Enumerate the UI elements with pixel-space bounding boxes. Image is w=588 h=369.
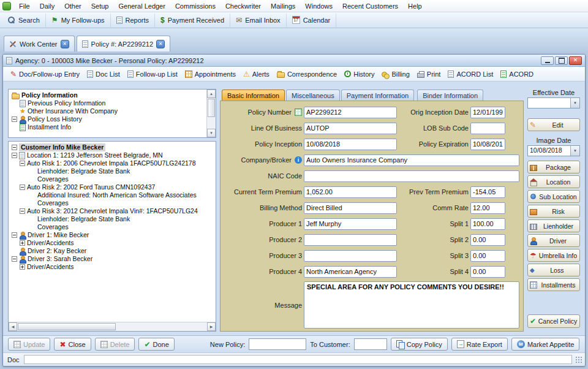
resize-grip[interactable] [575, 356, 582, 363]
tree-item-auto-risk-2[interactable]: Auto Risk 2: 2002 Ford Taurus CMN1092437 [10, 183, 214, 191]
menu-windows[interactable]: Windows [300, 1, 337, 11]
tree-item-location-1[interactable]: Location 1: 1219 Jefferson Street Belgra… [10, 151, 214, 159]
menu-help[interactable]: Help [403, 1, 427, 11]
menu-checkwriter[interactable]: Checkwriter [221, 1, 266, 11]
producer-3-input[interactable] [304, 250, 397, 262]
policy-number-lookup-icon[interactable] [295, 108, 302, 116]
copy-policy-button[interactable]: Copy Policy [391, 338, 448, 351]
scroll-up-icon[interactable] [207, 89, 216, 98]
sub-location-button[interactable]: Sub Location [527, 190, 580, 203]
split-1-input[interactable] [470, 218, 505, 230]
tree-item-driver-accidents-1[interactable]: Driver/Accidents [10, 239, 214, 247]
split-2-input[interactable] [470, 234, 505, 246]
doc-list-button[interactable]: Doc List [83, 69, 124, 79]
tree-item-coverages-3[interactable]: Coverages [10, 223, 214, 231]
toolbar-email-inbox[interactable]: Email Inbox [230, 13, 287, 27]
appointments-button[interactable]: Appointments [181, 69, 239, 79]
to-customer-input[interactable] [354, 338, 387, 350]
menu-daily[interactable]: Daily [35, 1, 59, 11]
driver-button[interactable]: Driver [527, 234, 580, 247]
tab-basic-information[interactable]: Basic Information [222, 89, 285, 101]
menu-recent-customers[interactable]: Recent Customers [337, 1, 403, 11]
tree-item-driver-2[interactable]: Driver 2: Kay Becker [10, 247, 214, 255]
image-date-dropdown-icon[interactable] [570, 146, 579, 156]
tree-item-other-insurance-with-company[interactable]: Other Insurance With Company [10, 107, 205, 115]
split-3-input[interactable] [470, 250, 505, 262]
tree-item-policy-loss-history[interactable]: Policy Loss History [10, 115, 205, 123]
message-textarea[interactable]: SPECIAL AREA FOR ANY POLICY COMMENTS YOU… [304, 281, 519, 329]
print-button[interactable]: Print [413, 69, 445, 79]
policy-window-titlebar[interactable]: Agency: 0 - 100003 Mike Becker - Persona… [3, 55, 585, 67]
policy-inception-input[interactable] [304, 139, 397, 150]
company-broker-info-icon[interactable] [295, 156, 302, 164]
tree-item-auto-risk-3[interactable]: Auto Risk 3: 2012 Chevrolet Impala Vin#:… [10, 207, 214, 215]
collapse-icon[interactable] [20, 184, 25, 190]
line-of-business-input[interactable] [304, 123, 397, 134]
current-term-premium-input[interactable] [304, 186, 397, 198]
scrollbar-thumb[interactable] [208, 99, 215, 117]
update-button[interactable]: Update [8, 338, 50, 351]
tree-item-previous-policy-information[interactable]: Previous Policy Information [10, 99, 205, 107]
collapse-icon[interactable] [12, 145, 17, 150]
doc-followup-entry-button[interactable]: Doc/Follow-up Entry [7, 69, 83, 79]
lienholder-button[interactable]: Lienholder [527, 219, 580, 232]
scrollbar-thumb[interactable] [18, 323, 116, 330]
collapse-icon[interactable] [12, 256, 17, 262]
policy-number-input[interactable] [304, 107, 397, 118]
tab-policy[interactable]: Policy #: AP2299212 [77, 36, 171, 51]
menu-commissions[interactable]: Commissions [170, 1, 221, 11]
edit-button[interactable]: Edit [527, 118, 580, 131]
close-button[interactable]: Close [54, 338, 91, 351]
installments-button[interactable]: Install​ments [527, 278, 580, 291]
tab-payment-information[interactable]: Payment Information [341, 89, 415, 101]
expand-icon[interactable] [20, 264, 25, 270]
toolbar-calendar[interactable]: 17 Calendar [287, 13, 337, 27]
tree-item-customer-info[interactable]: Customer Info Mike Becker [10, 143, 214, 151]
vertical-scrollbar[interactable] [206, 89, 216, 137]
tree-item-driver-accidents-3[interactable]: Driver/Accidents [10, 263, 214, 271]
collapse-icon[interactable] [12, 232, 17, 238]
policy-expiration-input[interactable] [470, 139, 505, 150]
tree-item-coverages-1[interactable]: Coverages [10, 175, 214, 183]
toolbar-my-followups[interactable]: My Follow-ups [46, 13, 111, 27]
billing-method-input[interactable] [304, 202, 397, 214]
tree-item-lienholder-3[interactable]: Lienholder: Belgrade State Bank [10, 215, 214, 223]
image-date-combobox[interactable]: 10/08/2018 [527, 145, 580, 156]
maximize-button[interactable] [555, 56, 568, 65]
producer-4-input[interactable] [304, 266, 397, 278]
history-button[interactable]: History [341, 69, 378, 79]
correspondence-button[interactable]: Correspondence [273, 69, 341, 79]
producer-1-input[interactable] [304, 218, 397, 230]
split-4-input[interactable] [470, 266, 505, 278]
tree-item-lienholder-1[interactable]: Lienholder: Belgrade State Bank [10, 167, 214, 175]
acord-button[interactable]: ACORD [497, 69, 537, 79]
cancel-policy-button[interactable]: Cancel Policy [527, 314, 580, 328]
expand-icon[interactable] [20, 240, 25, 246]
tab-work-center[interactable]: Work Center [4, 36, 75, 51]
umbrella-info-button[interactable]: Umbrella Info [527, 249, 580, 262]
menu-other[interactable]: Other [59, 1, 86, 11]
naic-code-input[interactable] [304, 170, 519, 182]
delete-button[interactable]: Delete [95, 338, 135, 351]
tab-work-center-close-icon[interactable] [61, 40, 69, 48]
risk-button[interactable]: Risk [527, 205, 580, 218]
scroll-down-icon[interactable] [207, 129, 216, 137]
collapse-icon[interactable] [20, 208, 25, 214]
done-button[interactable]: Done [138, 338, 174, 351]
loss-button[interactable]: Loss [527, 264, 580, 276]
acord-list-button[interactable]: ACORD List [444, 69, 497, 79]
billing-button[interactable]: Billing [378, 69, 413, 79]
menu-mailings[interactable]: Mailings [266, 1, 300, 11]
effective-date-dropdown-icon[interactable] [570, 98, 579, 108]
collapse-icon[interactable] [20, 161, 25, 166]
followup-list-button[interactable]: Follow-up List [124, 69, 181, 79]
package-button[interactable]: Package [527, 161, 580, 173]
new-policy-input[interactable] [249, 338, 306, 350]
scroll-left-icon[interactable] [9, 322, 17, 331]
tree-item-auto-risk-1[interactable]: Auto Risk 1: 2006 Chevrolet Impala 1FACP… [10, 159, 214, 167]
toolbar-reports[interactable]: Reports [111, 13, 156, 27]
menu-file[interactable]: File [14, 1, 35, 11]
comm-rate-input[interactable] [470, 202, 505, 214]
tab-miscellaneous[interactable]: Miscellaneous [286, 89, 340, 101]
orig-inception-date-input[interactable] [470, 107, 505, 118]
